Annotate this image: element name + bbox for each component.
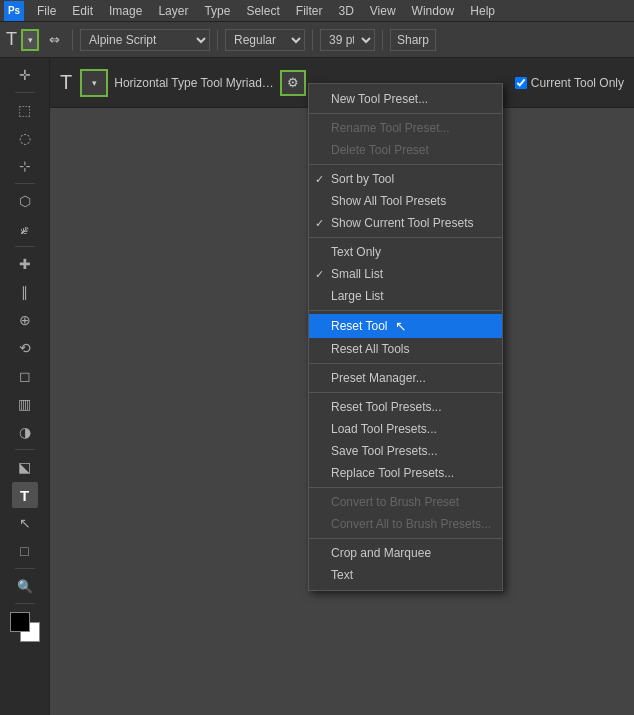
type-tool-icon: T	[6, 29, 17, 50]
menu-reset-tool-presets[interactable]: Reset Tool Presets...	[309, 396, 502, 418]
new-tool-preset-label: New Tool Preset...	[331, 92, 428, 106]
left-sidebar: ✛ ⬚ ◌ ⊹ ⬡ ⸙ ✚ ∥ ⊕ ⟲ ◻ ▥ ◑ ⬕ T ↖ □ 🔍	[0, 58, 50, 715]
current-tool-only-area: Current Tool Only	[515, 76, 624, 90]
clone-tool[interactable]: ⊕	[12, 307, 38, 333]
type-icon-options: T	[60, 71, 72, 94]
menu-divider-8	[309, 538, 502, 539]
menu-text-only[interactable]: Text Only	[309, 241, 502, 263]
menu-help[interactable]: Help	[463, 2, 502, 20]
gear-options-button[interactable]: ⚙	[280, 70, 306, 96]
menu-rename-tool-preset: Rename Tool Preset...	[309, 117, 502, 139]
font-size-select[interactable]: 39 pt	[320, 29, 375, 51]
path-select-tool[interactable]: ↖	[12, 510, 38, 536]
menu-reset-all-tools[interactable]: Reset All Tools	[309, 338, 502, 360]
pen-tool[interactable]: ⬕	[12, 454, 38, 480]
move-tool[interactable]: ✛	[12, 62, 38, 88]
magic-wand-tool[interactable]: ⊹	[12, 153, 38, 179]
zoom-tool[interactable]: 🔍	[12, 573, 38, 599]
convert-to-brush-label: Convert to Brush Preset	[331, 495, 459, 509]
large-list-label: Large List	[331, 289, 384, 303]
font-style-select[interactable]: Regular	[225, 29, 305, 51]
toolbar-sep-2	[217, 30, 218, 50]
replace-tool-presets-label: Replace Tool Presets...	[331, 466, 454, 480]
reset-tool-label: Reset Tool	[331, 319, 387, 333]
crop-and-marquee-label: Crop and Marquee	[331, 546, 431, 560]
menu-save-tool-presets[interactable]: Save Tool Presets...	[309, 440, 502, 462]
menu-sort-by-tool[interactable]: ✓ Sort by Tool	[309, 168, 502, 190]
menu-show-current-presets[interactable]: ✓ Show Current Tool Presets	[309, 212, 502, 234]
menu-3d[interactable]: 3D	[331, 2, 360, 20]
menu-divider-4	[309, 310, 502, 311]
rename-tool-preset-label: Rename Tool Preset...	[331, 121, 450, 135]
menu-divider-1	[309, 113, 502, 114]
menu-divider-5	[309, 363, 502, 364]
context-menu: New Tool Preset... Rename Tool Preset...…	[308, 83, 503, 591]
menu-divider-7	[309, 487, 502, 488]
history-brush-tool[interactable]: ⟲	[12, 335, 38, 361]
convert-all-to-brush-label: Convert All to Brush Presets...	[331, 517, 491, 531]
save-tool-presets-label: Save Tool Presets...	[331, 444, 438, 458]
burn-tool[interactable]: ◑	[12, 419, 38, 445]
healing-tool[interactable]: ✚	[12, 251, 38, 277]
type-tool[interactable]: T	[12, 482, 38, 508]
current-tool-only-checkbox[interactable]	[515, 77, 527, 89]
marquee-tool[interactable]: ⬚	[12, 97, 38, 123]
sidebar-sep-3	[15, 246, 35, 247]
small-list-label: Small List	[331, 267, 383, 281]
menu-type[interactable]: Type	[197, 2, 237, 20]
show-all-presets-label: Show All Tool Presets	[331, 194, 446, 208]
menu-convert-all-to-brush: Convert All to Brush Presets...	[309, 513, 502, 535]
menu-image[interactable]: Image	[102, 2, 149, 20]
sidebar-sep-2	[15, 183, 35, 184]
menu-view[interactable]: View	[363, 2, 403, 20]
menu-divider-3	[309, 237, 502, 238]
menu-small-list[interactable]: ✓ Small List	[309, 263, 502, 285]
eyedropper-tool[interactable]: ⸙	[12, 216, 38, 242]
gradient-tool[interactable]: ▥	[12, 391, 38, 417]
menu-reset-tool[interactable]: Reset Tool ↖	[309, 314, 502, 338]
ps-logo: Ps	[4, 1, 24, 21]
eraser-tool[interactable]: ◻	[12, 363, 38, 389]
reset-tool-presets-label: Reset Tool Presets...	[331, 400, 442, 414]
menu-divider-6	[309, 392, 502, 393]
crop-tool[interactable]: ⬡	[12, 188, 38, 214]
menu-crop-and-marquee[interactable]: Crop and Marquee	[309, 542, 502, 564]
menu-bar: Ps File Edit Image Layer Type Select Fil…	[0, 0, 634, 22]
menu-select[interactable]: Select	[239, 2, 286, 20]
small-list-check: ✓	[315, 268, 324, 281]
load-tool-presets-label: Load Tool Presets...	[331, 422, 437, 436]
font-name-select[interactable]: Alpine Script	[80, 29, 210, 51]
menu-window[interactable]: Window	[405, 2, 462, 20]
text-direction-btn[interactable]: ⇔	[43, 29, 65, 51]
menu-edit[interactable]: Edit	[65, 2, 100, 20]
menu-layer[interactable]: Layer	[151, 2, 195, 20]
menu-text[interactable]: Text	[309, 564, 502, 586]
shape-tool[interactable]: □	[12, 538, 38, 564]
toolbar-sep-1	[72, 30, 73, 50]
text-only-label: Text Only	[331, 245, 381, 259]
menu-replace-tool-presets[interactable]: Replace Tool Presets...	[309, 462, 502, 484]
menu-preset-manager[interactable]: Preset Manager...	[309, 367, 502, 389]
text-label: Text	[331, 568, 353, 582]
menu-convert-to-brush: Convert to Brush Preset	[309, 491, 502, 513]
sidebar-sep-5	[15, 568, 35, 569]
brush-tool[interactable]: ∥	[12, 279, 38, 305]
cursor-icon: ↖	[395, 318, 407, 334]
antialiasing-btn[interactable]: Sharp	[390, 29, 436, 51]
fg-color-box[interactable]	[10, 612, 30, 632]
sort-by-tool-label: Sort by Tool	[331, 172, 394, 186]
sidebar-sep-4	[15, 449, 35, 450]
lasso-tool[interactable]: ◌	[12, 125, 38, 151]
menu-large-list[interactable]: Large List	[309, 285, 502, 307]
color-picker[interactable]	[10, 612, 40, 642]
menu-filter[interactable]: Filter	[289, 2, 330, 20]
menu-show-all-presets[interactable]: Show All Tool Presets	[309, 190, 502, 212]
menu-load-tool-presets[interactable]: Load Tool Presets...	[309, 418, 502, 440]
sort-by-tool-check: ✓	[315, 173, 324, 186]
menu-file[interactable]: File	[30, 2, 63, 20]
menu-new-tool-preset[interactable]: New Tool Preset...	[309, 88, 502, 110]
show-current-presets-label: Show Current Tool Presets	[331, 216, 474, 230]
tool-preset-picker-btn[interactable]: ▾	[80, 69, 108, 97]
tool-preset-dropdown-btn[interactable]: ▾	[21, 29, 39, 51]
tool-preset-label: Horizontal Type Tool Myriad Pro...	[114, 76, 274, 90]
